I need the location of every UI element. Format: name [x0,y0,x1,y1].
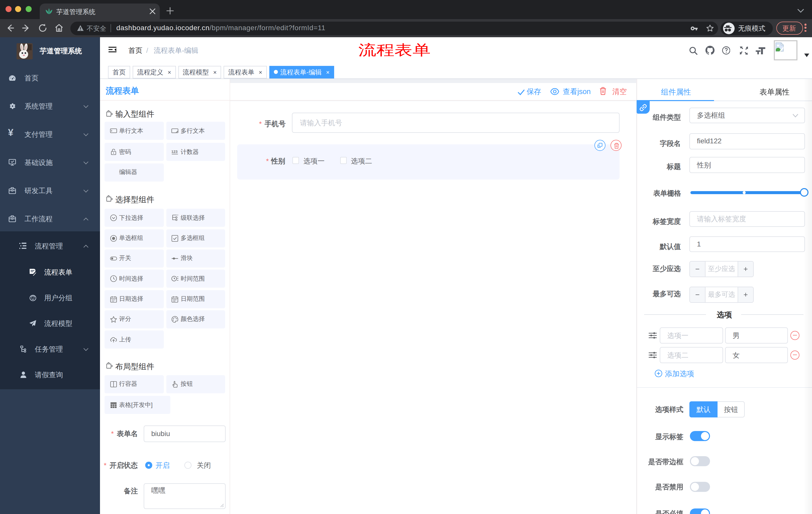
svg-text:123: 123 [171,150,178,154]
